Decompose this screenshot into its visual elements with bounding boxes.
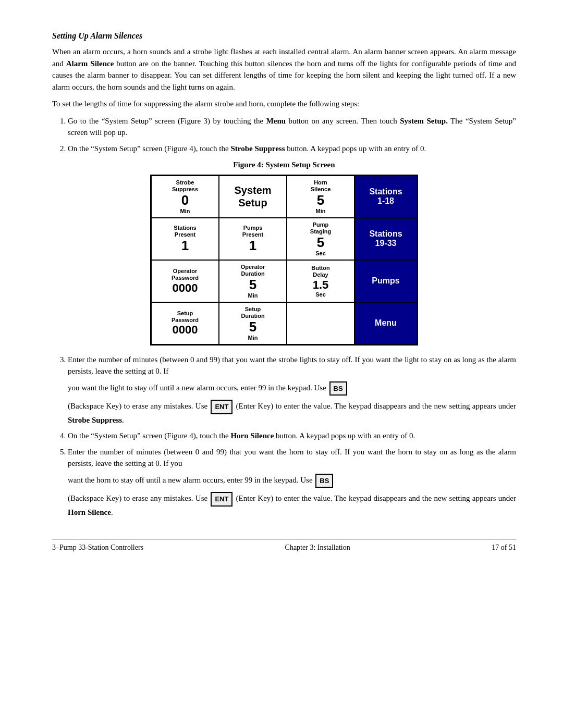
step-5: Enter the number of minutes (between 0 a… [68,446,516,519]
bs-button-2: BS [315,474,333,488]
paragraph-1: When an alarm occurs, a horn sounds and … [52,46,516,93]
bs-button-1: BS [329,381,347,396]
footer-left: 3–Pump 33-Station Controllers [52,544,143,552]
ent-button-1: ENT [211,400,232,414]
cell-setup-password: SetupPassword 0000 [151,302,219,344]
cell-stations-present: StationsPresent 1 [151,218,219,260]
cell-horn-silence: HornSilence 5 Min [287,176,354,218]
cell-system-setup: SystemSetup [219,176,287,218]
system-setup-grid: StrobeSuppress 0 Min SystemSetup HornSil… [150,175,418,346]
cell-pump-staging: PumpStaging 5 Sec [287,218,354,260]
figure-container: StrobeSuppress 0 Min SystemSetup HornSil… [52,175,516,346]
cell-pumps: Pumps [354,260,417,302]
cell-strobe-suppress: StrobeSuppress 0 Min [151,176,219,218]
footer-center: Chapter 3: Installation [285,544,350,552]
cell-stations-19-33: Stations19-33 [354,218,417,260]
figure-caption: Figure 4: System Setup Screen [52,161,516,169]
cell-operator-duration: OperatorDuration 5 Min [219,260,287,302]
cell-stations-1-18: Stations1-18 [354,176,417,218]
cell-button-delay: ButtonDelay 1.5 Sec [287,260,354,302]
ent-button-2: ENT [211,492,232,507]
steps-list: Go to the “System Setup” screen (Figure … [68,115,516,155]
cell-operator-password: OperatorPassword 0000 [151,260,219,302]
cell-pumps-present: PumpsPresent 1 [219,218,287,260]
step-2: On the “System Setup” screen (Figure 4),… [68,143,516,155]
steps-list-continued: Enter the number of minutes (between 0 a… [68,354,516,519]
step-3: Enter the number of minutes (between 0 a… [68,354,516,426]
cell-empty [287,302,354,344]
step-4: On the “System Setup” screen (Figure 4),… [68,430,516,442]
cell-menu: Menu [354,302,417,344]
cell-setup-duration: SetupDuration 5 Min [219,302,287,344]
footer-right: 17 of 51 [492,544,516,552]
step-1: Go to the “System Setup” screen (Figure … [68,115,516,139]
section-title: Setting Up Alarm Silences [52,31,516,41]
footer: 3–Pump 33-Station Controllers Chapter 3:… [52,539,516,552]
paragraph-2: To set the lengths of time for suppressi… [52,98,516,110]
